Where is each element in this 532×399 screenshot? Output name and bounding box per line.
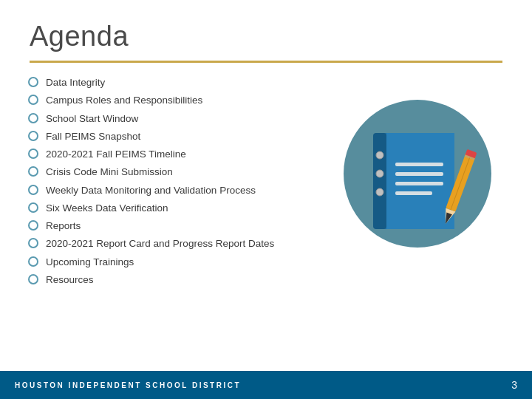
list-item: Campus Roles and Responsibilities — [28, 92, 324, 109]
list-item: Crisis Code Mini Submission — [28, 163, 324, 181]
footer-page-number: 3 — [511, 379, 517, 391]
svg-rect-5 — [395, 172, 443, 176]
bullet-icon — [28, 149, 38, 159]
svg-rect-2 — [373, 133, 386, 229]
bullet-icon — [28, 238, 38, 248]
list-item: 2020-2021 Report Card and Progress Repor… — [28, 235, 324, 253]
list-item: School Start Window — [28, 110, 324, 128]
bullet-icon — [28, 95, 38, 105]
list-item: Fall PEIMS Snapshot — [28, 128, 324, 146]
svg-point-10 — [376, 188, 383, 196]
list-item: Data Integrity — [28, 74, 324, 92]
list-item: Resources — [28, 271, 324, 289]
bullet-icon — [28, 256, 38, 267]
bullet-icon — [28, 166, 38, 177]
page-container: Agenda Data IntegrityCampus Roles and Re… — [0, 0, 532, 399]
list-item-text: Weekly Data Monitoring and Validation Pr… — [46, 183, 256, 199]
list-item-text: Campus Roles and Responsibilities — [46, 92, 202, 109]
list-item-text: Upcoming Trainings — [46, 254, 134, 270]
list-item: Upcoming Trainings — [28, 253, 324, 271]
bullet-icon — [28, 220, 38, 231]
illustration — [340, 96, 495, 251]
svg-rect-3 — [386, 133, 454, 229]
list-item: Weekly Data Monitoring and Validation Pr… — [28, 182, 324, 200]
page-title: Agenda — [30, 21, 129, 52]
svg-rect-6 — [395, 182, 443, 185]
bullet-icon — [28, 274, 38, 284]
list-item-text: School Start Window — [46, 111, 138, 127]
svg-rect-4 — [395, 163, 443, 166]
list-item-text: Reports — [46, 218, 81, 234]
divider — [30, 61, 502, 63]
bullet-icon — [28, 185, 38, 195]
list-item-text: Crisis Code Mini Submission — [46, 164, 173, 180]
list-item: Six Weeks Data Verification — [28, 200, 324, 217]
list-item-text: Six Weeks Data Verification — [46, 200, 168, 216]
bullet-icon — [28, 77, 38, 87]
list-item-text: 2020-2021 Fall PEIMS Timeline — [46, 146, 186, 163]
bullet-icon — [28, 131, 38, 141]
footer: HOUSTON INDEPENDENT SCHOOL DISTRICT 3 — [0, 371, 532, 399]
bullet-icon — [28, 202, 38, 213]
footer-district: HOUSTON INDEPENDENT SCHOOL DISTRICT — [15, 381, 241, 389]
svg-point-8 — [376, 151, 383, 159]
bullet-icon — [28, 113, 38, 123]
list-item-text: 2020-2021 Report Card and Progress Repor… — [46, 236, 274, 252]
svg-rect-7 — [395, 191, 432, 195]
list-item-text: Fall PEIMS Snapshot — [46, 129, 140, 145]
list-item-text: Data Integrity — [46, 75, 105, 91]
agenda-list: Data IntegrityCampus Roles and Responsib… — [28, 74, 324, 289]
list-item: 2020-2021 Fall PEIMS Timeline — [28, 146, 324, 163]
list-item-text: Resources — [46, 272, 94, 288]
svg-point-9 — [376, 170, 383, 177]
list-item: Reports — [28, 217, 324, 235]
